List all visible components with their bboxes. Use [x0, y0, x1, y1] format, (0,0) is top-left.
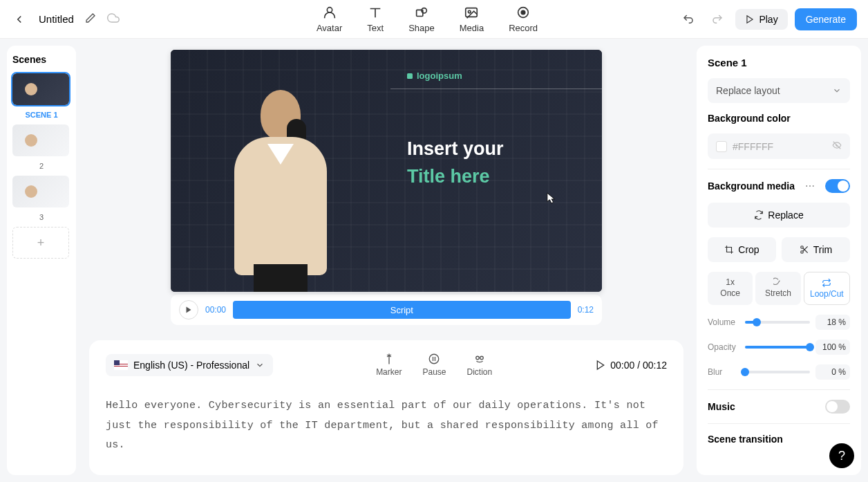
generate-button[interactable]: Generate	[795, 8, 857, 30]
properties-panel: Scene 1 Replace layout Background color …	[697, 46, 861, 475]
timeline-start-time: 00:00	[205, 305, 226, 315]
volume-label: Volume	[708, 317, 739, 327]
play-outline-icon	[595, 360, 606, 371]
bg-color-label: Background color	[708, 113, 850, 124]
scene-label-3: 3	[12, 213, 70, 221]
edit-title-icon[interactable]	[85, 12, 96, 26]
replace-layout-select[interactable]: Replace layout	[708, 78, 850, 103]
chevron-down-icon	[832, 86, 842, 95]
scissors-icon	[800, 245, 809, 254]
bg-color-input[interactable]: #FFFFFF	[708, 133, 850, 159]
svg-point-0	[327, 8, 332, 12]
scenes-panel: Scenes SCENE 1 2 3 +	[7, 46, 76, 475]
canvas-title-line1[interactable]: Insert your	[407, 138, 504, 160]
playback-loopcut[interactable]: Loop/Cut	[804, 272, 850, 305]
avatar-figure[interactable]	[212, 77, 350, 292]
svg-rect-8	[407, 73, 413, 79]
tool-shape[interactable]: Shape	[408, 5, 435, 33]
blur-label: Blur	[708, 367, 739, 377]
timeline-play-button[interactable]	[179, 300, 198, 319]
scene-label-1: SCENE 1	[12, 111, 70, 119]
svg-point-11	[476, 356, 480, 360]
voice-selector[interactable]: English (US) - Professional	[106, 354, 273, 376]
script-tool-diction[interactable]: Diction	[467, 353, 493, 377]
voice-label: English (US) - Professional	[133, 360, 249, 371]
script-tool-marker[interactable]: Marker	[376, 353, 402, 377]
gauge-icon	[773, 277, 783, 287]
bg-media-more-icon[interactable]: ⋯	[805, 180, 815, 192]
music-label: Music	[708, 401, 735, 412]
svg-point-4	[469, 10, 471, 13]
tool-text[interactable]: Text	[367, 5, 384, 33]
cursor-icon	[547, 192, 556, 207]
eye-off-icon[interactable]	[832, 140, 842, 152]
volume-value[interactable]: 18 %	[815, 315, 850, 330]
canvas-divider	[390, 89, 602, 89]
cloud-sync-icon[interactable]	[107, 12, 120, 27]
crop-button[interactable]: Crop	[708, 237, 776, 262]
tool-media[interactable]: Media	[460, 5, 484, 33]
loop-icon	[822, 278, 831, 288]
bg-media-label: Background media	[708, 180, 795, 192]
tool-media-label: Media	[460, 23, 484, 33]
timeline-script-bar[interactable]: Script	[233, 301, 571, 319]
script-tool-pause[interactable]: Pause	[422, 353, 446, 377]
music-toggle[interactable]	[825, 400, 850, 414]
canvas-logo: logoipsum	[406, 71, 462, 81]
svg-point-10	[430, 354, 440, 364]
timeline: 00:00 Script 0:12	[171, 295, 602, 325]
redo-button[interactable]	[706, 8, 728, 30]
help-button[interactable]: ?	[829, 443, 854, 468]
top-bar: Untitled Avatar Text Shape Media Record	[0, 0, 868, 39]
opacity-label: Opacity	[708, 342, 739, 352]
scene-thumb-3[interactable]	[12, 176, 69, 207]
play-button[interactable]: Play	[735, 9, 787, 30]
add-scene-button[interactable]: +	[12, 227, 69, 259]
blur-value[interactable]: 0 %	[815, 364, 850, 380]
center-area: logoipsum Insert your Title here 00:00 S…	[76, 39, 697, 482]
undo-button[interactable]	[677, 8, 699, 30]
preview-canvas[interactable]: logoipsum Insert your Title here	[171, 50, 602, 292]
replace-media-button[interactable]: Replace	[708, 203, 850, 228]
svg-marker-9	[187, 307, 191, 313]
svg-point-14	[801, 246, 804, 249]
refresh-icon	[754, 210, 764, 220]
scene-thumb-2[interactable]	[12, 124, 69, 156]
scene-thumb-1[interactable]	[12, 73, 69, 105]
playback-once[interactable]: 1x Once	[708, 272, 753, 305]
svg-point-12	[480, 356, 484, 360]
canvas-title-line2[interactable]: Title here	[407, 166, 490, 187]
play-label: Play	[759, 14, 777, 25]
playback-stretch[interactable]: Stretch	[755, 272, 800, 305]
crop-icon	[724, 245, 734, 254]
scene-label-2: 2	[12, 162, 70, 170]
tool-avatar[interactable]: Avatar	[317, 5, 342, 33]
tool-record[interactable]: Record	[509, 5, 538, 33]
opacity-value[interactable]: 100 %	[815, 340, 850, 355]
script-panel: English (US) - Professional Marker Pause	[89, 340, 683, 475]
svg-point-6	[521, 10, 525, 15]
scene-transition-label: Scene transition	[708, 434, 850, 445]
svg-marker-7	[747, 15, 753, 23]
tool-avatar-label: Avatar	[317, 23, 342, 33]
chevron-down-icon	[255, 360, 265, 370]
tool-text-label: Text	[367, 23, 384, 33]
tool-shape-label: Shape	[408, 23, 435, 33]
back-button[interactable]	[11, 11, 28, 28]
flag-icon	[114, 360, 128, 370]
scene-name: Scene 1	[708, 57, 850, 68]
tool-record-label: Record	[509, 23, 538, 33]
script-time-display: 00:00 / 00:12	[595, 360, 667, 371]
trim-button[interactable]: Trim	[782, 237, 850, 262]
scenes-title: Scenes	[12, 54, 70, 65]
svg-point-15	[801, 251, 804, 254]
opacity-slider[interactable]	[745, 346, 810, 349]
timeline-end-time: 0:12	[578, 305, 594, 315]
color-swatch	[716, 141, 727, 152]
blur-slider[interactable]	[745, 371, 810, 373]
project-title[interactable]: Untitled	[39, 13, 74, 25]
bg-media-toggle[interactable]	[825, 179, 850, 193]
script-textarea[interactable]: Hello everyone. Cybersecurity is an esse…	[106, 396, 667, 456]
timeline-script-label: Script	[390, 305, 413, 315]
volume-slider[interactable]	[745, 321, 810, 324]
